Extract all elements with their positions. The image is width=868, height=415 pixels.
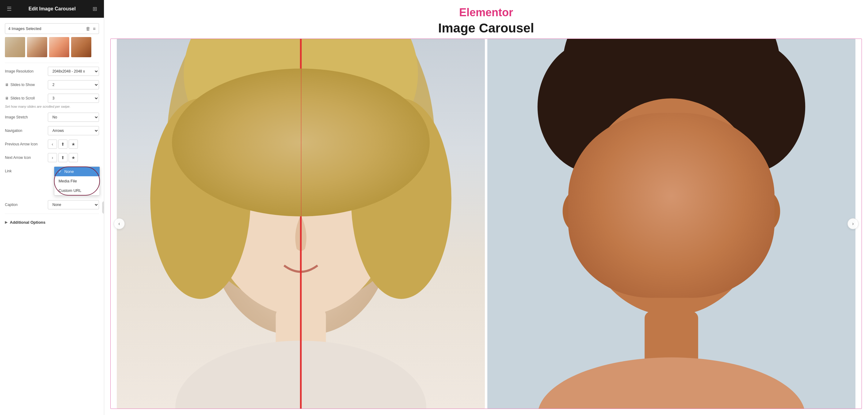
sidebar-header: ☰ Edit Image Carousel ⊞ [0,0,104,18]
slides-hint: Set how many slides are scrolled per swi… [5,105,99,108]
image-stretch-label: Image Stretch [5,115,48,119]
slides-to-scroll-control: 1 2 3 [48,94,99,103]
grid-icon[interactable]: ⊞ [91,4,98,13]
images-actions: 🗑 ≡ [86,26,96,31]
carousel-image-2 [487,39,856,409]
svg-point-15 [563,191,593,232]
prev-arrow-picker: ‹ ⬆ ★ [48,140,99,149]
main-header: Elementor Image Carousel [104,0,868,39]
next-arrow-picker: › ⬆ ★ [48,153,99,162]
menu-icon[interactable]: ☰ [5,4,13,13]
link-option-custom-url[interactable]: Custom URL [54,186,100,195]
caption-row: Caption None [5,200,99,209]
sidebar-content: 4 Images Selected 🗑 ≡ Image Resolution 2… [0,18,104,415]
next-arrow-chevron-icon[interactable]: › [48,153,57,162]
svg-line-21 [734,201,765,205]
prev-arrow-label: Previous Arrow Icon [5,142,48,146]
image-stretch-control: No Yes [48,113,99,122]
prev-arrow-chevron-icon[interactable]: ‹ [48,140,57,149]
next-arrow-upload-icon[interactable]: ⬆ [58,153,67,162]
caption-label: Caption [5,203,48,207]
thumbnail-3[interactable] [49,37,69,57]
images-selected-label: 4 Images Selected [8,26,41,31]
caption-control: None [48,200,99,209]
prev-arrow-row: Previous Arrow Icon ‹ ⬆ ★ [5,140,99,149]
image-stretch-row: Image Stretch No Yes [5,113,99,122]
svg-point-22 [626,192,649,209]
svg-point-4 [351,99,452,299]
slides-to-scroll-select[interactable]: 1 2 3 [48,94,99,103]
carousel-image-1 [117,39,485,409]
link-label: Link [5,169,48,173]
slides-to-show-select[interactable]: 1 2 3 4 [48,80,99,90]
next-arrow-label: Next Arrow Icon [5,155,48,160]
link-option-media-file[interactable]: Media File [54,176,100,186]
sidebar: ☰ Edit Image Carousel ⊞ 4 Images Selecte… [0,0,104,415]
portrait-svg-2 [487,39,856,409]
sidebar-title: Edit Image Carousel [29,6,76,12]
slides-to-scroll-row: 🖥 Slides to Scroll 1 2 3 [5,94,99,103]
carousel-images [117,39,856,409]
link-dropdown: ✓ None Media File Custom URL [54,167,100,196]
images-selected-bar: 4 Images Selected 🗑 ≡ [5,23,99,34]
svg-point-14 [579,99,764,316]
link-control: ✓ None Media File Custom URL None [48,167,99,176]
monitor-icon-2: 🖥 [5,96,8,100]
image-resolution-control: 2048x2048 - 2048 x [48,67,99,76]
slides-to-show-row: 🖥 Slides to Show 1 2 3 4 [5,80,99,90]
link-option-none[interactable]: ✓ None [54,167,100,176]
svg-line-20 [578,201,609,205]
slides-to-scroll-label: 🖥 Slides to Scroll [5,96,48,100]
list-icon[interactable]: ≡ [93,26,96,31]
svg-point-5 [258,182,285,199]
next-arrow-star-icon[interactable]: ★ [69,153,78,162]
svg-rect-17 [609,182,667,220]
next-arrow-row: Next Arrow Icon › ⬆ ★ [5,153,99,162]
elementor-logo: Elementor [117,6,856,19]
carousel-prev-arrow[interactable]: ‹ [114,218,125,229]
carousel-next-arrow[interactable]: › [847,218,859,229]
svg-point-16 [750,191,780,232]
slides-to-show-label: 🖥 Slides to Show [5,83,48,87]
svg-point-3 [150,99,251,299]
carousel-wrapper: ‹ [110,39,862,409]
resize-handle[interactable]: ⋮ [102,201,104,214]
thumbnail-2[interactable] [27,37,47,57]
link-row: Link ✓ None Media File Custom URL [5,167,99,176]
divider-2 [5,214,99,214]
additional-options[interactable]: ▶ Additional Options [5,220,99,224]
navigation-label: Navigation [5,129,48,133]
prev-arrow-star-icon[interactable]: ★ [69,140,78,149]
delete-icon[interactable]: 🗑 [86,26,90,31]
navigation-select[interactable]: Arrows Dots None [48,126,99,135]
thumbnail-1[interactable] [5,37,25,57]
additional-options-label: Additional Options [10,220,45,224]
carousel-title: Image Carousel [117,21,856,35]
svg-point-23 [693,192,716,209]
navigation-row: Navigation Arrows Dots None [5,126,99,135]
image-thumbnails [5,37,99,57]
additional-options-arrow: ▶ [5,220,7,224]
thumbnail-4[interactable] [71,37,91,57]
svg-rect-18 [676,182,734,220]
svg-point-6 [317,182,343,199]
image-resolution-row: Image Resolution 2048x2048 - 2048 x [5,67,99,76]
divider-1 [5,63,99,63]
navigation-control: Arrows Dots None [48,126,99,135]
slides-to-show-control: 1 2 3 4 [48,80,99,90]
caption-select[interactable]: None [48,200,99,209]
red-line-1 [301,39,302,409]
image-resolution-label: Image Resolution [5,69,48,73]
main-content: Elementor Image Carousel ‹ [104,0,868,415]
monitor-icon: 🖥 [5,83,8,87]
prev-arrow-upload-icon[interactable]: ⬆ [58,140,67,149]
image-resolution-select[interactable]: 2048x2048 - 2048 x [48,67,99,76]
checkmark-icon: ✓ [59,169,62,174]
image-stretch-select[interactable]: No Yes [48,113,99,122]
